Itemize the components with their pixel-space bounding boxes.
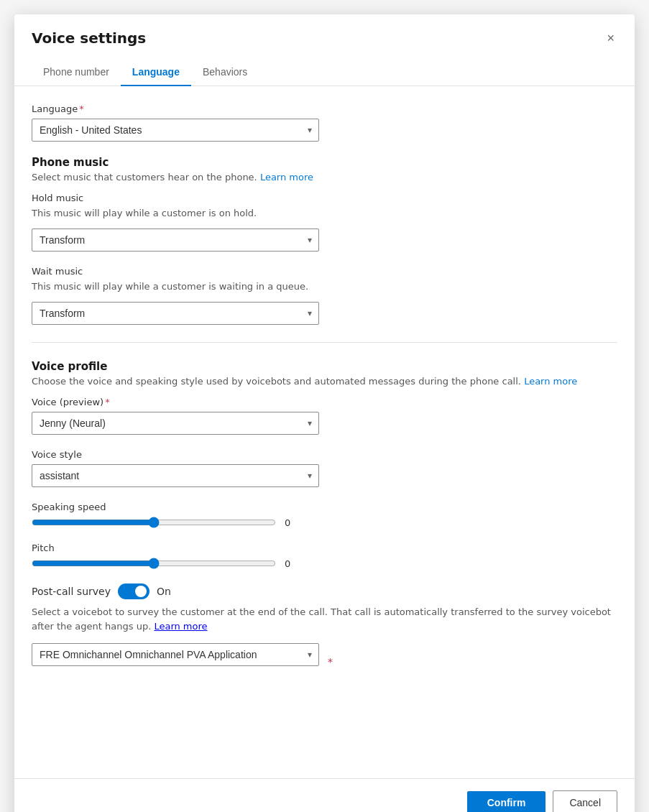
tab-behaviors[interactable]: Behaviors (191, 59, 259, 86)
voice-profile-desc: Choose the voice and speaking style used… (32, 376, 617, 387)
wait-music-desc: This music will play while a customer is… (32, 281, 617, 292)
dialog-title: Voice settings (32, 29, 146, 47)
voice-style-select[interactable]: assistant cheerful customer-service news… (32, 464, 319, 487)
hold-music-select[interactable]: Transform Classic Jazz Modern None (32, 229, 319, 252)
speaking-speed-slider[interactable] (32, 517, 276, 528)
phone-music-section: Phone music Select music that customers … (32, 156, 617, 325)
voice-preview-label: Voice (preview)* (32, 397, 617, 407)
voice-preview-required-star: * (105, 397, 110, 407)
voice-preview-select[interactable]: Jenny (Neural) Guy (Neural) Aria (Neural… (32, 412, 319, 435)
hold-music-desc: This music will play while a customer is… (32, 208, 617, 218)
post-call-survey-label: Post-call survey (32, 586, 111, 597)
wait-music-select[interactable]: Transform Classic Jazz Modern None (32, 302, 319, 325)
post-call-survey-required-star: * (328, 656, 333, 668)
hold-music-select-wrapper: Transform Classic Jazz Modern None ▾ (32, 229, 319, 252)
dialog-footer: Confirm Cancel (14, 778, 635, 812)
post-call-survey-field-group: Post-call survey On Select a voicebot to… (32, 583, 617, 680)
voice-style-field-group: Voice style assistant cheerful customer-… (32, 449, 617, 487)
tab-language[interactable]: Language (121, 59, 191, 86)
voice-settings-dialog: Voice settings × Phone number Language B… (14, 14, 635, 812)
hold-music-label: Hold music (32, 193, 617, 203)
post-call-survey-toggle[interactable] (118, 583, 149, 599)
confirm-button[interactable]: Confirm (467, 791, 546, 812)
post-call-survey-select[interactable]: FRE Omnichannel Omnichannel PVA Applicat… (32, 643, 319, 666)
wait-music-select-wrapper: Transform Classic Jazz Modern None ▾ (32, 302, 319, 325)
post-call-survey-desc: Select a voicebot to survey the customer… (32, 605, 617, 633)
cancel-button[interactable]: Cancel (553, 790, 617, 812)
section-divider (32, 342, 617, 343)
language-field-group: Language* English - United States Englis… (32, 103, 617, 142)
post-call-survey-status: On (157, 586, 171, 597)
language-select-wrapper: English - United States English - United… (32, 119, 319, 142)
language-label: Language* (32, 103, 617, 114)
pitch-slider-wrapper: 0 (32, 558, 617, 569)
phone-music-learn-more-link[interactable]: Learn more (260, 172, 313, 183)
hold-music-field-group: Hold music This music will play while a … (32, 193, 617, 252)
speaking-speed-slider-wrapper: 0 (32, 517, 617, 528)
post-call-survey-select-wrapper: FRE Omnichannel Omnichannel PVA Applicat… (32, 643, 319, 666)
post-call-survey-select-row: FRE Omnichannel Omnichannel PVA Applicat… (32, 643, 617, 680)
voice-profile-title: Voice profile (32, 360, 617, 373)
tab-bar: Phone number Language Behaviors (14, 59, 635, 86)
voice-style-select-wrapper: assistant cheerful customer-service news… (32, 464, 319, 487)
dialog-body: Language* English - United States Englis… (14, 86, 635, 778)
voice-profile-learn-more-link[interactable]: Learn more (524, 376, 577, 387)
pitch-value: 0 (285, 558, 299, 569)
phone-music-desc: Select music that customers hear on the … (32, 172, 617, 183)
language-select[interactable]: English - United States English - United… (32, 119, 319, 142)
voice-style-label: Voice style (32, 449, 617, 460)
speaking-speed-value: 0 (285, 517, 299, 528)
voice-preview-field-group: Voice (preview)* Jenny (Neural) Guy (Neu… (32, 397, 617, 435)
speaking-speed-field-group: Speaking speed 0 (32, 502, 617, 528)
wait-music-field-group: Wait music This music will play while a … (32, 266, 617, 325)
wait-music-label: Wait music (32, 266, 617, 277)
speaking-speed-label: Speaking speed (32, 502, 617, 512)
language-required-star: * (79, 103, 84, 114)
close-button[interactable]: × (604, 29, 617, 47)
post-call-survey-toggle-row: Post-call survey On (32, 583, 617, 599)
voice-preview-select-wrapper: Jenny (Neural) Guy (Neural) Aria (Neural… (32, 412, 319, 435)
tab-phone-number[interactable]: Phone number (32, 59, 121, 86)
post-call-survey-learn-more-link[interactable]: Learn more (154, 621, 207, 632)
dialog-header: Voice settings × (14, 14, 635, 47)
pitch-slider[interactable] (32, 558, 276, 569)
pitch-label: Pitch (32, 543, 617, 553)
voice-profile-section: Voice profile Choose the voice and speak… (32, 360, 617, 680)
pitch-field-group: Pitch 0 (32, 543, 617, 569)
phone-music-title: Phone music (32, 156, 617, 169)
